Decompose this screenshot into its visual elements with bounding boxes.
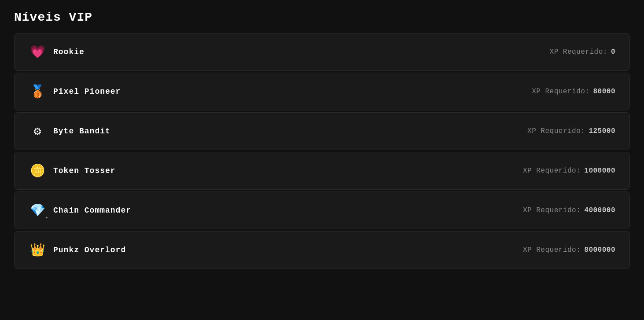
xp-value-pixel-pioneer: 80000 xyxy=(593,88,615,96)
xp-value-rookie: 0 xyxy=(611,48,615,56)
vip-row-chain-commander: 💎✦Chain CommanderXP Requerido:4000000 xyxy=(14,191,630,229)
vip-left-byte-bandit: ⚙️Byte Bandit xyxy=(29,122,110,140)
vip-xp-rookie: XP Requerido:0 xyxy=(550,48,615,56)
vip-xp-chain-commander: XP Requerido:4000000 xyxy=(523,206,615,214)
bronze-medal-icon: 🥉 xyxy=(29,83,46,100)
vip-left-token-tosser: 🪙Token Tosser xyxy=(29,162,116,180)
xp-value-token-tosser: 1000000 xyxy=(584,167,615,175)
vip-name-chain-commander: Chain Commander xyxy=(53,206,131,215)
vip-left-punkz-overlord: 👑Punkz Overlord xyxy=(29,241,126,259)
vip-xp-token-tosser: XP Requerido:1000000 xyxy=(523,167,615,175)
xp-label-chain-commander: XP Requerido: xyxy=(523,206,581,214)
page-title: Níveis VIP xyxy=(14,11,630,24)
xp-label-pixel-pioneer: XP Requerido: xyxy=(532,88,589,96)
crown-icon: 👑 xyxy=(29,241,46,259)
vip-xp-pixel-pioneer: XP Requerido:80000 xyxy=(532,88,615,96)
coin-icon: 🪙 xyxy=(29,162,46,180)
vip-levels-list: 💗RookieXP Requerido:0🥉Pixel PioneerXP Re… xyxy=(14,33,630,269)
vip-xp-byte-bandit: XP Requerido:125000 xyxy=(527,127,615,135)
heart-icon: 💗 xyxy=(29,43,46,61)
xp-label-token-tosser: XP Requerido: xyxy=(523,167,581,175)
vip-name-byte-bandit: Byte Bandit xyxy=(53,127,110,136)
vip-name-pixel-pioneer: Pixel Pioneer xyxy=(53,87,121,96)
vip-name-rookie: Rookie xyxy=(53,48,85,56)
vip-name-punkz-overlord: Punkz Overlord xyxy=(53,246,126,254)
vip-row-pixel-pioneer: 🥉Pixel PioneerXP Requerido:80000 xyxy=(14,73,630,110)
vip-row-punkz-overlord: 👑Punkz OverlordXP Requerido:8000000 xyxy=(14,231,630,269)
xp-value-byte-bandit: 125000 xyxy=(589,127,615,135)
vip-row-byte-bandit: ⚙️Byte BanditXP Requerido:125000 xyxy=(14,112,630,150)
gear-badge-icon: ⚙️ xyxy=(29,122,46,140)
vip-left-chain-commander: 💎✦Chain Commander xyxy=(29,202,131,219)
vip-left-pixel-pioneer: 🥉Pixel Pioneer xyxy=(29,83,121,100)
xp-value-chain-commander: 4000000 xyxy=(584,206,615,214)
vip-name-token-tosser: Token Tosser xyxy=(53,166,116,175)
vip-row-token-tosser: 🪙Token TosserXP Requerido:1000000 xyxy=(14,152,630,190)
xp-label-rookie: XP Requerido: xyxy=(550,48,607,56)
gem-icon: 💎✦ xyxy=(29,202,46,219)
vip-left-rookie: 💗Rookie xyxy=(29,43,85,61)
xp-label-punkz-overlord: XP Requerido: xyxy=(523,246,581,254)
vip-xp-punkz-overlord: XP Requerido:8000000 xyxy=(523,246,615,254)
xp-label-byte-bandit: XP Requerido: xyxy=(527,127,585,135)
vip-row-rookie: 💗RookieXP Requerido:0 xyxy=(14,33,630,71)
xp-value-punkz-overlord: 8000000 xyxy=(584,246,615,254)
